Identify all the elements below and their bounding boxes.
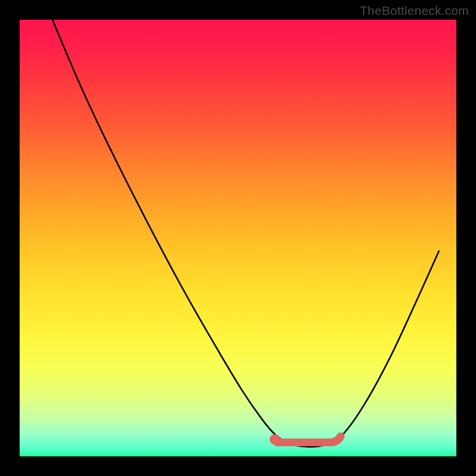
chart-svg xyxy=(20,20,456,456)
chart-plot-area xyxy=(20,20,456,456)
optimal-range-highlight xyxy=(270,434,340,445)
attribution-text: TheBottleneck.com xyxy=(360,4,469,18)
bottleneck-curve xyxy=(52,20,439,447)
svg-point-0 xyxy=(270,434,280,445)
